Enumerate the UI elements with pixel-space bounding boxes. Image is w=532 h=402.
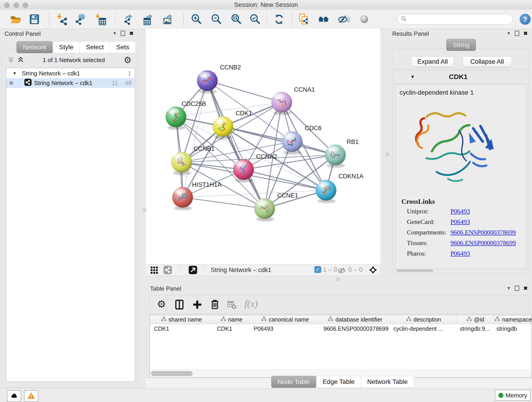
table-cell[interactable]: P06493 [249, 324, 319, 333]
table-hscrollbar-thumb[interactable] [151, 371, 193, 376]
network-row[interactable]: String Network – cdk1 11 48 [6, 78, 134, 88]
network-collection-row[interactable]: ▼ String Network – cdk1 1 [6, 69, 134, 78]
function-builder-icon[interactable]: f(x) [244, 298, 258, 309]
edge-CCNB2-HIST1H1A[interactable] [183, 81, 207, 197]
gene-collapse-icon[interactable]: ▼ [410, 74, 415, 80]
edge-HIST1H1A-CCNE1[interactable] [183, 197, 265, 209]
close-panel-icon[interactable]: ✖ [129, 31, 134, 36]
grid-view-icon[interactable] [150, 265, 159, 274]
cloud-button[interactable] [7, 390, 21, 402]
column-header-name[interactable]: name [213, 315, 250, 324]
zoom-selected-button[interactable] [248, 12, 263, 27]
crosshair-icon[interactable] [368, 265, 378, 274]
search-box[interactable] [398, 14, 513, 24]
help-button[interactable]: ? [520, 14, 531, 25]
crosslink-value-link[interactable]: 9606.ENSP00000378699 [450, 229, 516, 239]
network-list-gear-icon[interactable]: ⚙ [124, 56, 132, 64]
import-network-file-button[interactable] [54, 12, 69, 27]
tab-edge-table[interactable]: Edge Table [316, 376, 361, 388]
tab-string[interactable]: String [446, 39, 476, 51]
warning-button[interactable] [24, 390, 38, 402]
right-splitter-handle[interactable] [386, 153, 389, 156]
close-results-icon[interactable]: ✖ [523, 31, 528, 36]
edge-CCNB2-CCNE1[interactable] [207, 81, 265, 209]
column-header-namespace[interactable]: namespace [494, 315, 532, 324]
crosslink-value-link[interactable]: P06493 [450, 250, 470, 260]
crosslink-value-link[interactable]: P06493 [450, 208, 470, 218]
gene-section-header[interactable]: ▼ CDK1 [393, 70, 529, 83]
open-session-button[interactable] [8, 12, 23, 27]
node-RB1[interactable] [325, 145, 346, 168]
collapse-table-icon[interactable]: ▼ [507, 286, 511, 291]
export-image-button[interactable] [162, 12, 176, 27]
birdseye-view-icon[interactable] [188, 265, 197, 274]
tab-select[interactable]: Select [80, 41, 110, 53]
refresh-view-button[interactable] [272, 12, 286, 27]
table-cell[interactable]: 9606.ENSP00000378699 [319, 324, 389, 333]
column-header-database-identifier[interactable]: database identifier [320, 315, 390, 324]
zoom-fit-content-button[interactable] [229, 12, 244, 27]
edge-CCNB2-CCNA1[interactable] [207, 81, 282, 102]
memory-button[interactable]: Memory [495, 390, 531, 401]
column-header-shared-name[interactable]: shared name [150, 315, 213, 324]
search-input[interactable] [409, 16, 512, 23]
table-cell[interactable]: stringdb:9... [456, 324, 492, 333]
close-table-icon[interactable]: ✖ [523, 286, 528, 291]
tab-network-table[interactable]: Network Table [361, 376, 414, 388]
table-cell[interactable]: stringdb [492, 324, 531, 333]
collapse-all-button[interactable]: Collapse All [462, 56, 512, 67]
node-HIST1H1A[interactable] [172, 187, 193, 210]
tree-expander-icon[interactable]: ▼ [13, 71, 17, 76]
results-hscrollbar[interactable] [397, 269, 433, 272]
node-CCNB1[interactable] [171, 152, 192, 175]
column-header-id[interactable]: @id [457, 315, 494, 324]
network-canvas[interactable]: CCNB2CCNA1CDC25BCDK1CDC6RB1CCNB1CCNA2CDK… [146, 29, 380, 264]
float-results-icon[interactable] [515, 31, 519, 36]
hide-selected-button[interactable] [336, 12, 351, 27]
table-cell[interactable]: CDK1 [213, 324, 249, 333]
import-table-file-button[interactable] [93, 12, 108, 27]
zoom-out-button[interactable] [209, 12, 224, 27]
create-column-icon[interactable] [192, 300, 202, 311]
left-splitter-handle[interactable] [143, 208, 146, 212]
node-CDC25B[interactable] [166, 107, 186, 130]
table-cell[interactable]: CDK1 [150, 324, 213, 333]
node-CCNB2[interactable] [197, 70, 218, 94]
node-CCNE1[interactable] [254, 198, 275, 221]
bottom-splitter-handle[interactable] [336, 277, 340, 281]
float-panel-icon[interactable] [121, 31, 125, 36]
save-session-button[interactable] [27, 12, 42, 27]
float-table-icon[interactable] [515, 286, 519, 291]
table-row[interactable]: CDK1CDK1P064939606.ENSP00000378699cyclin… [150, 324, 531, 333]
first-neighbors-button[interactable] [316, 12, 331, 27]
show-hide-columns-icon[interactable] [174, 300, 184, 311]
expand-all-button[interactable]: Expand All [411, 56, 454, 67]
tab-node-table[interactable]: Node Table [271, 376, 317, 388]
crosslink-value-link[interactable]: 9606.ENSP00000378699 [450, 239, 516, 250]
table-mode-gear-icon[interactable]: ⚙ [157, 299, 166, 309]
import-network-database-button[interactable] [73, 12, 88, 27]
collapse-panel-icon[interactable]: ▼ [113, 31, 117, 36]
delete-table-icon[interactable] [227, 300, 237, 311]
expand-all-tree-icon[interactable] [8, 56, 14, 64]
crosslink-value-link[interactable]: P06493 [450, 218, 470, 229]
column-header-description[interactable]: description [390, 315, 457, 324]
tab-network[interactable]: Network [17, 41, 53, 53]
node-CCNA1[interactable] [272, 92, 292, 115]
zoom-in-button[interactable] [189, 12, 204, 27]
collapse-all-tree-icon[interactable] [17, 56, 24, 64]
export-network-file-button[interactable] [122, 12, 136, 27]
delete-columns-icon[interactable] [210, 299, 220, 311]
export-table-file-button[interactable] [142, 12, 156, 27]
selected-checkbox[interactable]: ✓ [314, 266, 321, 273]
show-all-button[interactable] [357, 12, 372, 27]
node-CDC6[interactable] [282, 131, 302, 154]
network-thumbnail-icon[interactable] [163, 265, 172, 274]
tab-style[interactable]: Style [53, 41, 80, 53]
table-cell[interactable]: cyclin-dependent ... [389, 324, 456, 333]
tab-sets[interactable]: Sets [110, 41, 136, 53]
column-header-canonical-name[interactable]: canonical name [250, 315, 320, 324]
network-from-clipboard-button[interactable] [297, 12, 311, 27]
collapse-results-icon[interactable]: ▼ [507, 31, 511, 36]
node-CDKN1A[interactable] [316, 180, 336, 203]
